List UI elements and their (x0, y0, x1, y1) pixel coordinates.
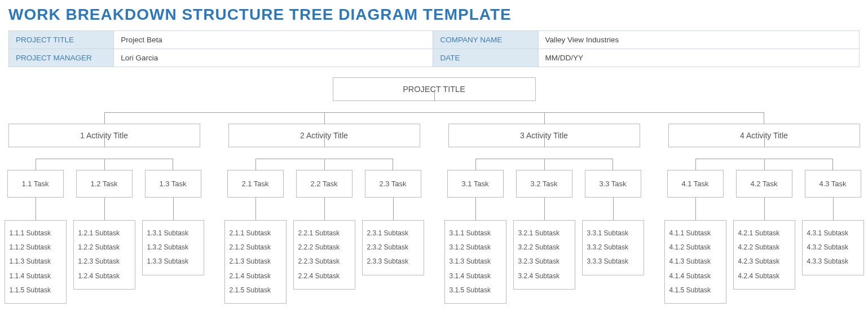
task-node: 2.3 Task (365, 170, 421, 198)
subtask-item: 1.3.1 Subtask (147, 226, 199, 240)
subtask-item: 4.2.2 Subtask (738, 240, 790, 255)
subtask-item: 4.3.3 Subtask (807, 255, 859, 269)
subtask-list: 2.1.1 Subtask2.1.2 Subtask2.1.3 Subtask2… (224, 220, 287, 304)
subtask-item: 4.2.3 Subtask (738, 255, 790, 269)
task-node: 3.2 Task (516, 170, 572, 198)
subtask-item: 2.2.2 Subtask (298, 240, 350, 255)
subtask-item: 2.2.3 Subtask (298, 255, 350, 269)
task-node: 1.2 Task (76, 170, 133, 198)
meta-company-name-value: Valley View Industries (538, 31, 859, 49)
subtask-item: 2.3.3 Subtask (367, 255, 419, 269)
subtask-item: 4.3.1 Subtask (807, 226, 859, 240)
task-node: 1.1 Task (7, 170, 64, 198)
subtask-item: 3.1.5 Subtask (450, 283, 501, 297)
subtask-item: 1.1.4 Subtask (10, 269, 61, 283)
meta-project-title-value: Project Beta (114, 31, 433, 49)
subtask-list: 4.3.1 Subtask4.3.2 Subtask4.3.3 Subtask (802, 220, 864, 275)
task-node: 4.3 Task (805, 170, 861, 198)
subtask-item: 1.2.3 Subtask (78, 255, 130, 269)
subtask-item: 1.1.5 Subtask (10, 283, 61, 297)
subtask-item: 2.3.1 Subtask (367, 226, 419, 240)
subtask-list: 1.2.1 Subtask1.2.2 Subtask1.2.3 Subtask1… (73, 220, 135, 290)
subtask-item: 3.1.4 Subtask (450, 269, 501, 283)
meta-table: PROJECT TITLE Project Beta COMPANY NAME … (8, 30, 860, 67)
subtask-item: 3.3.2 Subtask (587, 240, 639, 255)
meta-project-manager-label: PROJECT MANAGER (9, 49, 114, 67)
subtask-item: 2.1.3 Subtask (230, 255, 281, 269)
subtask-list: 2.3.1 Subtask2.3.2 Subtask2.3.3 Subtask (362, 220, 424, 275)
task-node: 3.3 Task (585, 170, 641, 198)
subtask-item: 1.2.2 Subtask (78, 240, 130, 255)
subtask-item: 3.1.3 Subtask (450, 255, 501, 269)
subtask-item: 1.1.1 Subtask (10, 226, 61, 240)
subtask-list: 3.1.1 Subtask3.1.2 Subtask3.1.3 Subtask3… (444, 220, 506, 304)
subtask-item: 4.1.5 Subtask (669, 283, 721, 297)
subtask-item: 2.1.2 Subtask (230, 240, 281, 255)
subtask-item: 2.1.1 Subtask (230, 226, 281, 240)
subtask-item: 3.3.3 Subtask (587, 255, 639, 269)
meta-date-label: DATE (433, 49, 538, 67)
meta-date-value: MM/DD/YY (538, 49, 859, 67)
page-title: WORK BREAKDOWN STRUCTURE TREE DIAGRAM TE… (8, 6, 860, 24)
task-node: 2.1 Task (227, 170, 284, 198)
subtask-item: 3.1.1 Subtask (450, 226, 501, 240)
subtask-item: 4.1.4 Subtask (669, 269, 721, 283)
subtask-item: 1.3.3 Subtask (147, 255, 199, 269)
subtask-item: 4.1.3 Subtask (669, 255, 721, 269)
subtask-item: 1.3.2 Subtask (147, 240, 199, 255)
subtask-list: 1.3.1 Subtask1.3.2 Subtask1.3.3 Subtask (142, 220, 204, 275)
subtask-item: 2.1.5 Subtask (230, 283, 281, 297)
subtask-item: 2.2.1 Subtask (298, 226, 350, 240)
subtask-item: 3.2.2 Subtask (518, 240, 570, 255)
subtask-item: 3.2.4 Subtask (518, 269, 570, 283)
subtask-list: 3.2.1 Subtask3.2.2 Subtask3.2.3 Subtask3… (513, 220, 575, 290)
task-node: 2.2 Task (296, 170, 353, 198)
subtask-item: 4.1.2 Subtask (669, 240, 721, 255)
subtask-item: 4.2.4 Subtask (738, 269, 790, 283)
subtask-item: 1.2.4 Subtask (78, 269, 130, 283)
subtask-item: 4.1.1 Subtask (669, 226, 721, 240)
subtask-item: 3.1.2 Subtask (450, 240, 501, 255)
subtask-item: 3.2.1 Subtask (518, 226, 570, 240)
meta-project-manager-value: Lori Garcia (114, 49, 433, 67)
task-node: 3.1 Task (447, 170, 504, 198)
task-node: 1.3 Task (145, 170, 201, 198)
subtask-item: 1.1.2 Subtask (10, 240, 61, 255)
subtask-list: 3.3.1 Subtask3.3.2 Subtask3.3.3 Subtask (582, 220, 644, 275)
subtask-item: 2.1.4 Subtask (230, 269, 281, 283)
meta-project-title-label: PROJECT TITLE (9, 31, 114, 49)
subtask-item: 3.2.3 Subtask (518, 255, 570, 269)
subtask-item: 1.2.1 Subtask (78, 226, 130, 240)
subtask-list: 4.2.1 Subtask4.2.2 Subtask4.2.3 Subtask4… (733, 220, 795, 290)
task-node: 4.1 Task (667, 170, 724, 198)
subtask-item: 4.2.1 Subtask (738, 226, 790, 240)
subtask-list: 1.1.1 Subtask1.1.2 Subtask1.1.3 Subtask1… (5, 220, 67, 304)
subtask-item: 2.3.2 Subtask (367, 240, 419, 255)
meta-company-name-label: COMPANY NAME (433, 31, 538, 49)
subtask-item: 2.2.4 Subtask (298, 269, 350, 283)
subtask-list: 4.1.1 Subtask4.1.2 Subtask4.1.3 Subtask4… (664, 220, 726, 304)
wbs-tree: PROJECT TITLE1 Activity Title1.1 Task1.1… (8, 77, 860, 304)
subtask-item: 3.3.1 Subtask (587, 226, 639, 240)
subtask-list: 2.2.1 Subtask2.2.2 Subtask2.2.3 Subtask2… (293, 220, 355, 290)
task-node: 4.2 Task (736, 170, 792, 198)
subtask-item: 4.3.2 Subtask (807, 240, 859, 255)
subtask-item: 1.1.3 Subtask (10, 255, 61, 269)
